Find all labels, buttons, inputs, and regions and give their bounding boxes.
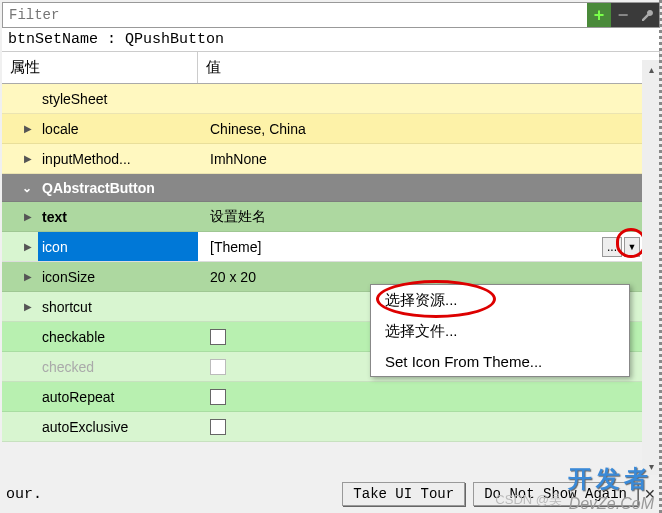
- watermark-csdn: CSDN @吴: [495, 491, 562, 509]
- row-locale[interactable]: ▶ locale Chinese, China: [2, 114, 660, 144]
- prop-value[interactable]: [198, 382, 660, 411]
- dropdown-button[interactable]: ▼: [624, 237, 640, 257]
- prop-name: inputMethod...: [38, 144, 198, 173]
- add-icon[interactable]: +: [587, 3, 611, 27]
- checkbox[interactable]: [210, 419, 226, 435]
- chevron-right-icon[interactable]: ▶: [2, 262, 38, 291]
- section-name: QAbstractButton: [38, 174, 159, 201]
- prop-value[interactable]: [198, 412, 660, 441]
- checkbox-disabled: [210, 359, 226, 375]
- watermark-domain: DevZe.CoM: [569, 495, 654, 513]
- prop-value[interactable]: 设置姓名: [198, 202, 660, 231]
- browse-button[interactable]: ...: [602, 237, 622, 257]
- chevron-right-icon[interactable]: ▶: [2, 114, 38, 143]
- checkbox[interactable]: [210, 329, 226, 345]
- checkbox[interactable]: [210, 389, 226, 405]
- row-icon[interactable]: ▶ icon [Theme] ... ▼ ↶: [2, 232, 660, 262]
- footer-bar: our. Take UI Tour Do Not Show Again ✕: [0, 477, 662, 511]
- prop-name: shortcut: [38, 292, 198, 321]
- filter-input[interactable]: [3, 5, 587, 25]
- prop-name-selected: icon: [38, 232, 198, 261]
- chevron-right-icon[interactable]: ▶: [2, 232, 38, 261]
- row-stylesheet[interactable]: styleSheet: [2, 84, 660, 114]
- watermark-cn: 开发者: [568, 463, 652, 495]
- prop-name: text: [38, 202, 198, 231]
- prop-name: checkable: [38, 322, 198, 351]
- chevron-right-icon[interactable]: ▶: [2, 144, 38, 173]
- header-value[interactable]: 值: [198, 52, 660, 83]
- row-autoexclusive[interactable]: autoExclusive: [2, 412, 660, 442]
- row-autorepeat[interactable]: autoRepeat: [2, 382, 660, 412]
- icon-context-menu: 选择资源... 选择文件... Set Icon From Theme...: [370, 284, 630, 377]
- chevron-down-icon[interactable]: ⌄: [2, 174, 38, 201]
- expander-placeholder: [2, 352, 38, 381]
- row-text[interactable]: ▶ text 设置姓名: [2, 202, 660, 232]
- chevron-right-icon[interactable]: ▶: [2, 202, 38, 231]
- table-headers: 属性 值: [2, 52, 660, 84]
- take-ui-tour-button[interactable]: Take UI Tour: [342, 482, 465, 506]
- menu-choose-resource[interactable]: 选择资源...: [371, 285, 629, 316]
- menu-set-from-theme[interactable]: Set Icon From Theme...: [371, 347, 629, 376]
- prop-name: locale: [38, 114, 198, 143]
- prop-value-icon[interactable]: [Theme] ... ▼ ↶: [198, 232, 660, 261]
- prop-value[interactable]: Chinese, China: [198, 114, 660, 143]
- property-rows: styleSheet ▶ locale Chinese, China ▶ inp…: [2, 84, 660, 442]
- prop-name: iconSize: [38, 262, 198, 291]
- chevron-right-icon[interactable]: ▶: [2, 292, 38, 321]
- prop-value[interactable]: [198, 84, 660, 113]
- prop-name: autoRepeat: [38, 382, 198, 411]
- row-inputmethod[interactable]: ▶ inputMethod... ImhNone: [2, 144, 660, 174]
- expander-placeholder: [2, 412, 38, 441]
- prop-name: autoExclusive: [38, 412, 198, 441]
- scroll-up-icon[interactable]: ▴: [642, 60, 660, 78]
- section-header[interactable]: ⌄ QAbstractButton: [2, 174, 660, 202]
- expander-placeholder: [2, 382, 38, 411]
- filter-bar: + −: [2, 2, 660, 28]
- prop-name: styleSheet: [38, 84, 198, 113]
- vertical-scrollbar[interactable]: ▴ ▾: [642, 60, 660, 475]
- header-property[interactable]: 属性: [2, 52, 198, 83]
- object-name-line: btnSetName : QPushButton: [2, 28, 660, 52]
- wrench-icon[interactable]: [635, 3, 659, 27]
- expander-placeholder: [2, 322, 38, 351]
- prop-name-disabled: checked: [38, 352, 198, 381]
- prop-value[interactable]: ImhNone: [198, 144, 660, 173]
- footer-text-left: our.: [6, 486, 42, 503]
- icon-value-text: [Theme]: [210, 239, 261, 255]
- remove-icon[interactable]: −: [611, 3, 635, 27]
- menu-choose-file[interactable]: 选择文件...: [371, 316, 629, 347]
- expander-placeholder: [2, 84, 38, 113]
